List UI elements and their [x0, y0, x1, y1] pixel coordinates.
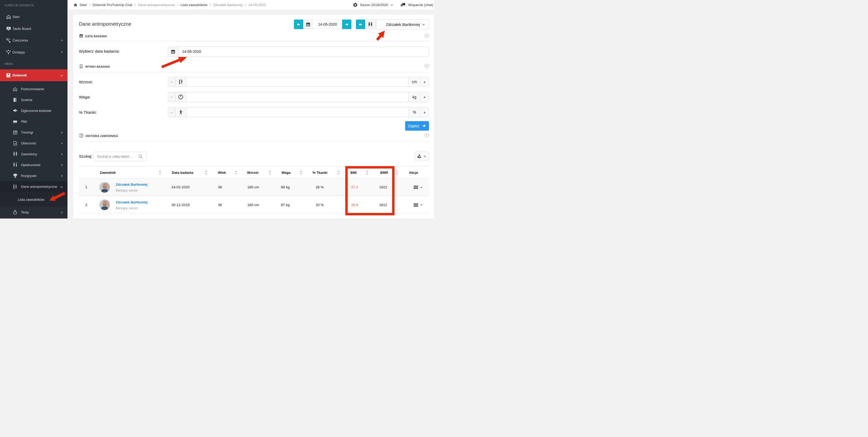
svg-text:31: 31 [14, 132, 16, 134]
